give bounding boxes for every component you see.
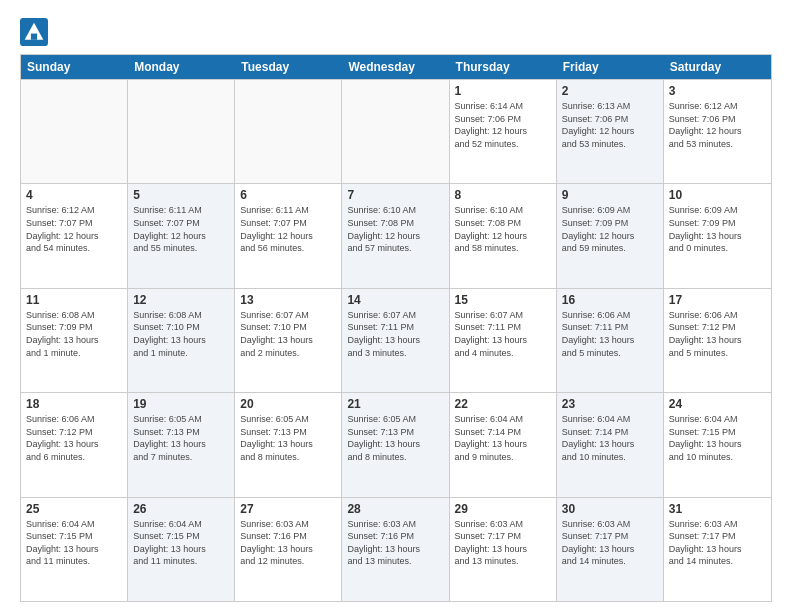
day-number: 29	[455, 502, 551, 516]
day-info: Sunrise: 6:04 AM Sunset: 7:15 PM Dayligh…	[669, 413, 766, 463]
day-info: Sunrise: 6:04 AM Sunset: 7:14 PM Dayligh…	[455, 413, 551, 463]
day-info: Sunrise: 6:04 AM Sunset: 7:15 PM Dayligh…	[26, 518, 122, 568]
day-info: Sunrise: 6:07 AM Sunset: 7:11 PM Dayligh…	[347, 309, 443, 359]
day-info: Sunrise: 6:11 AM Sunset: 7:07 PM Dayligh…	[240, 204, 336, 254]
calendar-cell-30: 30Sunrise: 6:03 AM Sunset: 7:17 PM Dayli…	[557, 498, 664, 601]
calendar-cell-5: 5Sunrise: 6:11 AM Sunset: 7:07 PM Daylig…	[128, 184, 235, 287]
calendar-cell-15: 15Sunrise: 6:07 AM Sunset: 7:11 PM Dayli…	[450, 289, 557, 392]
logo	[20, 18, 52, 46]
day-info: Sunrise: 6:09 AM Sunset: 7:09 PM Dayligh…	[669, 204, 766, 254]
calendar-week-3: 11Sunrise: 6:08 AM Sunset: 7:09 PM Dayli…	[21, 288, 771, 392]
day-number: 31	[669, 502, 766, 516]
day-info: Sunrise: 6:03 AM Sunset: 7:16 PM Dayligh…	[240, 518, 336, 568]
weekday-header-wednesday: Wednesday	[342, 55, 449, 79]
calendar-header: SundayMondayTuesdayWednesdayThursdayFrid…	[21, 55, 771, 79]
day-info: Sunrise: 6:04 AM Sunset: 7:15 PM Dayligh…	[133, 518, 229, 568]
day-info: Sunrise: 6:14 AM Sunset: 7:06 PM Dayligh…	[455, 100, 551, 150]
day-number: 13	[240, 293, 336, 307]
calendar: SundayMondayTuesdayWednesdayThursdayFrid…	[20, 54, 772, 602]
calendar-cell-21: 21Sunrise: 6:05 AM Sunset: 7:13 PM Dayli…	[342, 393, 449, 496]
calendar-cell-29: 29Sunrise: 6:03 AM Sunset: 7:17 PM Dayli…	[450, 498, 557, 601]
calendar-cell-2: 2Sunrise: 6:13 AM Sunset: 7:06 PM Daylig…	[557, 80, 664, 183]
calendar-cell-27: 27Sunrise: 6:03 AM Sunset: 7:16 PM Dayli…	[235, 498, 342, 601]
calendar-cell-11: 11Sunrise: 6:08 AM Sunset: 7:09 PM Dayli…	[21, 289, 128, 392]
day-number: 17	[669, 293, 766, 307]
day-number: 21	[347, 397, 443, 411]
day-info: Sunrise: 6:03 AM Sunset: 7:17 PM Dayligh…	[562, 518, 658, 568]
day-number: 3	[669, 84, 766, 98]
calendar-cell-17: 17Sunrise: 6:06 AM Sunset: 7:12 PM Dayli…	[664, 289, 771, 392]
day-number: 28	[347, 502, 443, 516]
day-number: 12	[133, 293, 229, 307]
day-info: Sunrise: 6:03 AM Sunset: 7:17 PM Dayligh…	[455, 518, 551, 568]
day-info: Sunrise: 6:05 AM Sunset: 7:13 PM Dayligh…	[347, 413, 443, 463]
day-info: Sunrise: 6:07 AM Sunset: 7:11 PM Dayligh…	[455, 309, 551, 359]
calendar-cell-26: 26Sunrise: 6:04 AM Sunset: 7:15 PM Dayli…	[128, 498, 235, 601]
weekday-header-monday: Monday	[128, 55, 235, 79]
day-number: 11	[26, 293, 122, 307]
calendar-week-1: 1Sunrise: 6:14 AM Sunset: 7:06 PM Daylig…	[21, 79, 771, 183]
calendar-cell-19: 19Sunrise: 6:05 AM Sunset: 7:13 PM Dayli…	[128, 393, 235, 496]
day-info: Sunrise: 6:13 AM Sunset: 7:06 PM Dayligh…	[562, 100, 658, 150]
day-number: 23	[562, 397, 658, 411]
day-number: 1	[455, 84, 551, 98]
day-number: 10	[669, 188, 766, 202]
day-info: Sunrise: 6:12 AM Sunset: 7:07 PM Dayligh…	[26, 204, 122, 254]
day-info: Sunrise: 6:06 AM Sunset: 7:12 PM Dayligh…	[669, 309, 766, 359]
weekday-header-sunday: Sunday	[21, 55, 128, 79]
calendar-week-4: 18Sunrise: 6:06 AM Sunset: 7:12 PM Dayli…	[21, 392, 771, 496]
calendar-cell-18: 18Sunrise: 6:06 AM Sunset: 7:12 PM Dayli…	[21, 393, 128, 496]
day-number: 26	[133, 502, 229, 516]
day-number: 24	[669, 397, 766, 411]
day-info: Sunrise: 6:10 AM Sunset: 7:08 PM Dayligh…	[347, 204, 443, 254]
day-info: Sunrise: 6:10 AM Sunset: 7:08 PM Dayligh…	[455, 204, 551, 254]
day-number: 18	[26, 397, 122, 411]
calendar-cell-4: 4Sunrise: 6:12 AM Sunset: 7:07 PM Daylig…	[21, 184, 128, 287]
day-info: Sunrise: 6:03 AM Sunset: 7:17 PM Dayligh…	[669, 518, 766, 568]
day-number: 19	[133, 397, 229, 411]
calendar-cell-empty-0-0	[21, 80, 128, 183]
calendar-cell-13: 13Sunrise: 6:07 AM Sunset: 7:10 PM Dayli…	[235, 289, 342, 392]
day-number: 7	[347, 188, 443, 202]
day-info: Sunrise: 6:12 AM Sunset: 7:06 PM Dayligh…	[669, 100, 766, 150]
day-info: Sunrise: 6:05 AM Sunset: 7:13 PM Dayligh…	[133, 413, 229, 463]
day-info: Sunrise: 6:09 AM Sunset: 7:09 PM Dayligh…	[562, 204, 658, 254]
day-info: Sunrise: 6:07 AM Sunset: 7:10 PM Dayligh…	[240, 309, 336, 359]
calendar-cell-28: 28Sunrise: 6:03 AM Sunset: 7:16 PM Dayli…	[342, 498, 449, 601]
calendar-week-2: 4Sunrise: 6:12 AM Sunset: 7:07 PM Daylig…	[21, 183, 771, 287]
day-number: 27	[240, 502, 336, 516]
day-info: Sunrise: 6:05 AM Sunset: 7:13 PM Dayligh…	[240, 413, 336, 463]
weekday-header-friday: Friday	[557, 55, 664, 79]
calendar-cell-12: 12Sunrise: 6:08 AM Sunset: 7:10 PM Dayli…	[128, 289, 235, 392]
calendar-cell-22: 22Sunrise: 6:04 AM Sunset: 7:14 PM Dayli…	[450, 393, 557, 496]
calendar-cell-7: 7Sunrise: 6:10 AM Sunset: 7:08 PM Daylig…	[342, 184, 449, 287]
page: SundayMondayTuesdayWednesdayThursdayFrid…	[0, 0, 792, 612]
calendar-cell-1: 1Sunrise: 6:14 AM Sunset: 7:06 PM Daylig…	[450, 80, 557, 183]
weekday-header-thursday: Thursday	[450, 55, 557, 79]
weekday-header-saturday: Saturday	[664, 55, 771, 79]
calendar-cell-10: 10Sunrise: 6:09 AM Sunset: 7:09 PM Dayli…	[664, 184, 771, 287]
calendar-week-5: 25Sunrise: 6:04 AM Sunset: 7:15 PM Dayli…	[21, 497, 771, 601]
calendar-cell-16: 16Sunrise: 6:06 AM Sunset: 7:11 PM Dayli…	[557, 289, 664, 392]
day-number: 20	[240, 397, 336, 411]
calendar-cell-empty-0-1	[128, 80, 235, 183]
day-number: 9	[562, 188, 658, 202]
calendar-body: 1Sunrise: 6:14 AM Sunset: 7:06 PM Daylig…	[21, 79, 771, 601]
calendar-cell-14: 14Sunrise: 6:07 AM Sunset: 7:11 PM Dayli…	[342, 289, 449, 392]
calendar-cell-9: 9Sunrise: 6:09 AM Sunset: 7:09 PM Daylig…	[557, 184, 664, 287]
day-number: 8	[455, 188, 551, 202]
calendar-cell-23: 23Sunrise: 6:04 AM Sunset: 7:14 PM Dayli…	[557, 393, 664, 496]
calendar-cell-31: 31Sunrise: 6:03 AM Sunset: 7:17 PM Dayli…	[664, 498, 771, 601]
day-info: Sunrise: 6:08 AM Sunset: 7:09 PM Dayligh…	[26, 309, 122, 359]
svg-rect-2	[31, 34, 37, 40]
calendar-cell-24: 24Sunrise: 6:04 AM Sunset: 7:15 PM Dayli…	[664, 393, 771, 496]
day-number: 22	[455, 397, 551, 411]
weekday-header-tuesday: Tuesday	[235, 55, 342, 79]
day-number: 6	[240, 188, 336, 202]
day-number: 16	[562, 293, 658, 307]
calendar-cell-25: 25Sunrise: 6:04 AM Sunset: 7:15 PM Dayli…	[21, 498, 128, 601]
day-number: 25	[26, 502, 122, 516]
day-number: 30	[562, 502, 658, 516]
calendar-cell-8: 8Sunrise: 6:10 AM Sunset: 7:08 PM Daylig…	[450, 184, 557, 287]
calendar-cell-3: 3Sunrise: 6:12 AM Sunset: 7:06 PM Daylig…	[664, 80, 771, 183]
